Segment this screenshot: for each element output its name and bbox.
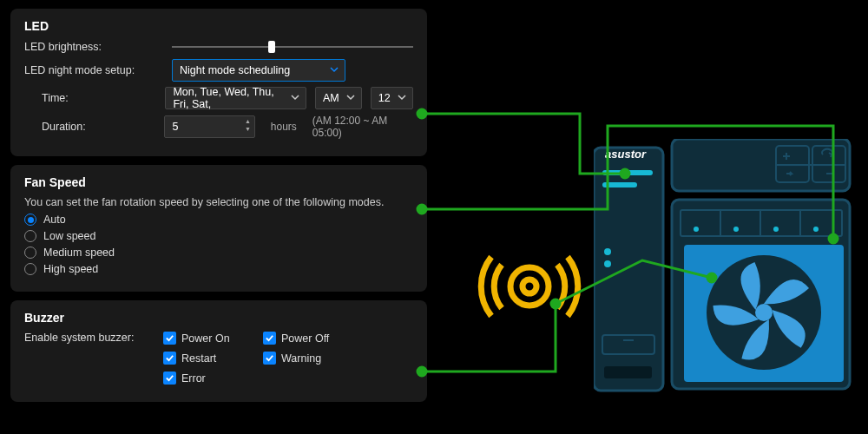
svg-point-22 xyxy=(813,227,819,232)
hour-select[interactable]: 12 xyxy=(371,87,413,109)
duration-unit: hours xyxy=(271,121,297,133)
duration-spinner[interactable]: 5 ▲▼ xyxy=(164,115,254,138)
led-night-label: LED night mode setup: xyxy=(24,64,163,76)
radio-icon xyxy=(24,247,36,259)
led-brightness-label: LED brightness: xyxy=(24,41,163,53)
radio-icon xyxy=(24,214,36,226)
checkbox-icon xyxy=(263,332,276,345)
svg-point-25 xyxy=(755,304,773,321)
fan-option-label: Medium speed xyxy=(43,247,115,259)
buzzer-enable-label: Enable system buzzer: xyxy=(24,332,155,344)
buzzer-check-error[interactable]: Error xyxy=(163,372,263,385)
led-panel: LED LED brightness: LED night mode setup… xyxy=(10,9,427,156)
fan-title: Fan Speed xyxy=(24,175,413,189)
check-label: Warning xyxy=(281,352,321,365)
svg-point-0 xyxy=(523,279,536,293)
svg-rect-3 xyxy=(602,170,653,175)
buzzer-panel: Buzzer Enable system buzzer: Power OnPow… xyxy=(10,300,427,402)
nas-device-illustration: asustor xyxy=(594,139,854,399)
check-label: Restart xyxy=(181,352,216,365)
led-brightness-slider[interactable] xyxy=(172,40,413,54)
chevron-down-icon xyxy=(397,92,407,105)
svg-rect-4 xyxy=(602,182,637,187)
buzzer-title: Buzzer xyxy=(24,311,413,325)
svg-rect-9 xyxy=(604,366,652,378)
fan-subtitle: You can set the fan rotation speed by se… xyxy=(24,196,413,208)
checkbox-icon xyxy=(163,352,176,365)
svg-point-5 xyxy=(604,248,611,255)
fan-option-medium-speed[interactable]: Medium speed xyxy=(24,247,413,259)
radio-icon xyxy=(24,263,36,275)
svg-point-20 xyxy=(733,227,739,232)
radio-icon xyxy=(24,230,36,242)
duration-hint: (AM 12:00 ~ AM 05:00) xyxy=(312,115,413,139)
night-mode-value: Night mode scheduling xyxy=(180,64,290,76)
svg-point-1 xyxy=(510,267,549,306)
fan-option-label: Auto xyxy=(43,214,66,226)
checkbox-icon xyxy=(163,372,176,385)
check-label: Error xyxy=(181,372,206,385)
checkbox-icon xyxy=(163,332,176,345)
chevron-down-icon xyxy=(290,92,300,105)
fan-option-low-speed[interactable]: Low speed xyxy=(24,230,413,242)
duration-value: 5 xyxy=(172,121,178,133)
buzzer-check-power-on[interactable]: Power On xyxy=(163,332,263,345)
hour-value: 12 xyxy=(378,92,391,104)
chevron-down-icon xyxy=(329,64,339,77)
fan-option-label: Low speed xyxy=(43,230,95,242)
chevron-down-icon xyxy=(345,92,356,105)
fan-option-auto[interactable]: Auto xyxy=(24,214,413,226)
ampm-value: AM xyxy=(323,92,339,104)
ampm-select[interactable]: AM xyxy=(315,87,362,109)
days-value: Mon, Tue, Wed, Thu, Fri, Sat, xyxy=(173,86,285,110)
night-mode-select[interactable]: Night mode scheduling xyxy=(172,59,345,82)
sound-icon xyxy=(460,243,599,332)
check-label: Power Off xyxy=(281,332,329,345)
checkbox-icon xyxy=(263,352,276,365)
device-brand: asustor xyxy=(605,148,647,161)
spinner-arrows[interactable]: ▲▼ xyxy=(245,118,251,133)
buzzer-check-restart[interactable]: Restart xyxy=(163,352,263,365)
svg-point-19 xyxy=(694,227,699,232)
buzzer-check-power-off[interactable]: Power Off xyxy=(263,332,363,345)
check-label: Power On xyxy=(181,332,230,345)
days-select[interactable]: Mon, Tue, Wed, Thu, Fri, Sat, xyxy=(165,87,306,109)
slider-track xyxy=(172,46,413,48)
time-label: Time: xyxy=(24,92,156,104)
slider-thumb[interactable] xyxy=(268,41,275,53)
duration-label: Duration: xyxy=(24,121,155,133)
fan-option-high-speed[interactable]: High speed xyxy=(24,263,413,275)
svg-point-6 xyxy=(604,260,611,267)
fan-panel: Fan Speed You can set the fan rotation s… xyxy=(10,165,427,292)
svg-point-21 xyxy=(773,227,779,232)
buzzer-check-warning[interactable]: Warning xyxy=(263,352,363,365)
led-title: LED xyxy=(24,19,413,33)
fan-option-label: High speed xyxy=(43,263,98,275)
